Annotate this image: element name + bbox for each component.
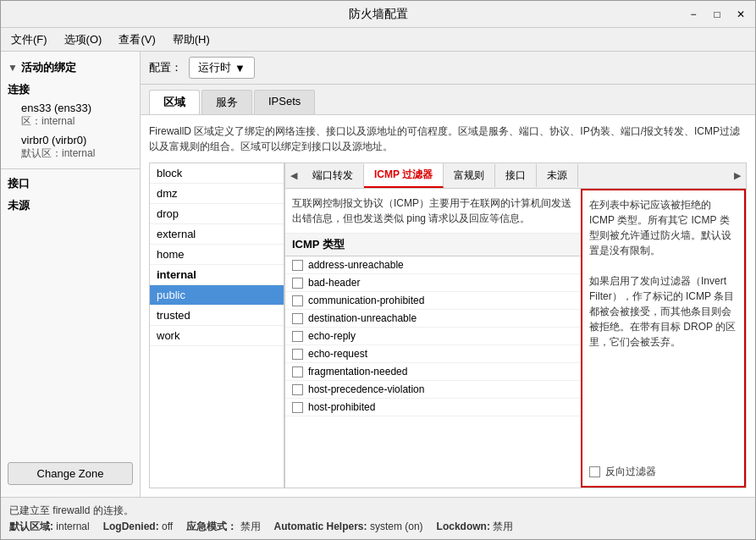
icmp-label-7: host-precedence-violation	[308, 383, 424, 395]
window-controls: − □ ✕	[682, 1, 752, 28]
icmp-label-8: host-prohibited	[308, 401, 375, 413]
icmp-row-2[interactable]: communication-prohibited	[285, 292, 581, 310]
icmp-row-5[interactable]: echo-request	[285, 345, 581, 363]
status-lockdown: Lockdown: 禁用	[437, 520, 514, 534]
icmp-row-8[interactable]: host-prohibited	[285, 399, 581, 416]
tab-service[interactable]: 服务	[201, 90, 252, 114]
icmp-label-5: echo-request	[308, 348, 367, 360]
icmp-row-0[interactable]: address-unreachable	[285, 256, 581, 274]
connections-title: 连接	[8, 80, 133, 99]
connection-ens33-label: ens33 (ens33)	[21, 102, 119, 114]
icmp-checkbox-0[interactable]	[292, 260, 303, 271]
menu-view[interactable]: 查看(V)	[112, 30, 162, 50]
zone-list: block dmz drop external home internal pu…	[149, 163, 284, 488]
right-panel: ◀ 端口转发 ICMP 过滤器 富规则 接口 未源 ▶ 互联	[284, 163, 747, 488]
panel-area: block dmz drop external home internal pu…	[149, 163, 747, 488]
icmp-label-4: echo-reply	[308, 330, 356, 342]
inner-tab-source[interactable]: 未源	[537, 164, 578, 187]
invert-filter-checkbox[interactable]	[589, 466, 600, 477]
zone-trusted[interactable]: trusted	[150, 306, 284, 326]
connection-virbr0-zone: 默认区：internal	[21, 146, 119, 161]
icmp-label-2: communication-prohibited	[308, 295, 424, 306]
icmp-content: 互联网控制报文协议（ICMP）主要用于在联网的计算机间发送出错信息，但也发送类似…	[284, 188, 747, 488]
invert-filter-row: 反向过滤器	[589, 464, 737, 479]
status-line1: 已建立至 firewalld 的连接。	[9, 504, 747, 518]
status-helpers: Automatic Helpers: system (on)	[274, 521, 423, 532]
expand-icon: ▼	[8, 62, 18, 74]
invert-filter-label: 反向过滤器	[605, 464, 656, 479]
icmp-checkbox-6[interactable]	[292, 366, 303, 377]
sidebar-bottom: Change Zone	[1, 455, 140, 492]
icmp-checkbox-5[interactable]	[292, 349, 303, 360]
sources-title: 未源	[8, 196, 133, 215]
close-button[interactable]: ✕	[730, 3, 752, 25]
icmp-info-box: 在列表中标记应该被拒绝的 ICMP 类型。所有其它 ICMP 类型则被允许通过防…	[581, 189, 746, 488]
inner-tab-port-forward[interactable]: 端口转发	[302, 164, 364, 187]
icmp-row-1[interactable]: bad-header	[285, 274, 581, 292]
config-label: 配置：	[149, 60, 182, 75]
sidebar-connection-ens33[interactable]: ens33 (ens33) 区：internal	[8, 99, 133, 131]
icmp-checkbox-4[interactable]	[292, 331, 303, 342]
inner-tab-icmp[interactable]: ICMP 过滤器	[364, 163, 444, 188]
zone-external[interactable]: external	[150, 224, 284, 245]
config-value: 运行时	[198, 60, 231, 75]
sidebar: ▼ 活动的绑定 连接 ens33 (ens33) 区：internal virb…	[1, 52, 141, 497]
zone-work[interactable]: work	[150, 326, 284, 346]
inner-tab-rich-rules[interactable]: 富规则	[444, 164, 495, 187]
icmp-list: address-unreachable bad-header communica…	[285, 256, 581, 488]
icmp-label-0: address-unreachable	[308, 259, 404, 271]
icmp-checkbox-2[interactable]	[292, 295, 303, 306]
connection-ens33-zone: 区：internal	[21, 114, 119, 129]
zone-internal[interactable]: internal	[150, 265, 284, 285]
icmp-label-1: bad-header	[308, 277, 360, 289]
zone-description: FirewallD 区域定义了绑定的网络连接、接口以及源地址的可信程度。区域是服…	[149, 124, 747, 154]
tab-right-arrow[interactable]: ▶	[729, 166, 746, 185]
icmp-type-header: ICMP 类型	[285, 234, 581, 256]
icmp-checkbox-7[interactable]	[292, 384, 303, 395]
status-line2: 默认区域: internal LogDenied: off 应急模式： 禁用 A…	[9, 520, 747, 534]
icmp-label-6: fragmentation-needed	[308, 366, 407, 377]
menubar: 文件(F) 选项(O) 查看(V) 帮助(H)	[1, 28, 755, 52]
icmp-checkbox-8[interactable]	[292, 402, 303, 413]
titlebar: 防火墙配置 − □ ✕	[1, 1, 755, 28]
status-log-denied: LogDenied: off	[103, 521, 173, 532]
icmp-left: 互联网控制报文协议（ICMP）主要用于在联网的计算机间发送出错信息，但也发送类似…	[285, 189, 581, 488]
tab-zone[interactable]: 区域	[149, 90, 200, 114]
change-zone-button[interactable]: Change Zone	[8, 462, 133, 485]
icmp-description: 互联网控制报文协议（ICMP）主要用于在联网的计算机间发送出错信息，但也发送类似…	[285, 189, 581, 234]
icmp-row-3[interactable]: destination-unreachable	[285, 310, 581, 328]
content-area: 配置： 运行时 ▼ 区域 服务 IPSets FirewallD 区域定义了绑定…	[141, 52, 755, 497]
icmp-row-6[interactable]: fragmentation-needed	[285, 363, 581, 381]
dropdown-arrow-icon: ▼	[235, 62, 246, 74]
zone-home[interactable]: home	[150, 245, 284, 265]
zone-drop[interactable]: drop	[150, 204, 284, 224]
sidebar-section-bindings: ▼ 活动的绑定	[1, 57, 140, 79]
ports-title: 接口	[8, 174, 133, 193]
icmp-row-7[interactable]: host-precedence-violation	[285, 381, 581, 399]
main-window: 防火墙配置 − □ ✕ 文件(F) 选项(O) 查看(V) 帮助(H) ▼ 活动…	[0, 0, 756, 540]
inner-tab-interface[interactable]: 接口	[495, 164, 537, 187]
icmp-checkbox-3[interactable]	[292, 313, 303, 324]
main-layout: ▼ 活动的绑定 连接 ens33 (ens33) 区：internal virb…	[1, 52, 755, 497]
sidebar-divider	[1, 168, 140, 169]
icmp-label-3: destination-unreachable	[308, 312, 417, 324]
tab-left-arrow[interactable]: ◀	[285, 166, 302, 185]
sidebar-connection-virbr0[interactable]: virbr0 (virbr0) 默认区：internal	[8, 131, 133, 163]
connection-virbr0-label: virbr0 (virbr0)	[21, 134, 119, 146]
status-default-zone-key: 默认区域: internal	[9, 520, 90, 534]
zone-dmz[interactable]: dmz	[150, 184, 284, 204]
maximize-button[interactable]: □	[706, 3, 728, 25]
menu-options[interactable]: 选项(O)	[58, 30, 109, 50]
zone-public[interactable]: public	[150, 285, 284, 306]
inner-tabs: ◀ 端口转发 ICMP 过滤器 富规则 接口 未源 ▶	[284, 163, 747, 188]
menu-help[interactable]: 帮助(H)	[166, 30, 217, 50]
zone-block[interactable]: block	[150, 163, 284, 184]
menu-file[interactable]: 文件(F)	[4, 30, 54, 50]
config-dropdown[interactable]: 运行时 ▼	[189, 57, 255, 79]
icmp-row-4[interactable]: echo-reply	[285, 328, 581, 345]
statusbar: 已建立至 firewalld 的连接。 默认区域: internal LogDe…	[1, 497, 755, 539]
tab-ipsets[interactable]: IPSets	[254, 90, 315, 114]
minimize-button[interactable]: −	[682, 3, 704, 25]
icmp-checkbox-1[interactable]	[292, 278, 303, 289]
tab-bar: 区域 服务 IPSets	[141, 85, 755, 115]
